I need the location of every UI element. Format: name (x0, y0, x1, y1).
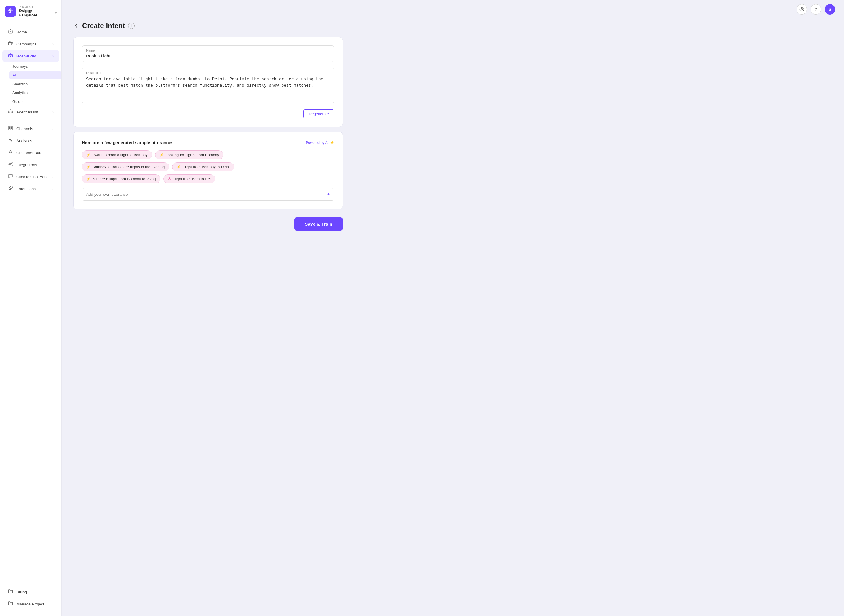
topbar: ? S (62, 0, 844, 19)
nav-divider-2 (5, 197, 57, 197)
home-label: Home (16, 30, 27, 34)
nav-divider-1 (5, 120, 57, 120)
info-button[interactable]: i (128, 23, 135, 29)
agent-assist-label: Agent Assist (16, 110, 38, 114)
utterances-grid: ⚡ I want to book a flight to Bombay ⚡ Lo… (82, 150, 334, 183)
channels-icon (7, 126, 13, 132)
extensions-label: Extensions (16, 187, 36, 191)
agent-assist-icon (7, 109, 13, 115)
utterance-chip-1: ⚡ Looking for flights from Bombay (155, 150, 224, 160)
project-info: PROJECT Swiggy - Bangalore ▾ (19, 5, 57, 17)
bolt-icon-3: ⚡ (176, 165, 181, 169)
svg-point-13 (11, 162, 12, 163)
utterance-chip-0: ⚡ I want to book a flight to Bombay (82, 150, 152, 160)
info-icon: i (131, 24, 132, 28)
svg-rect-11 (11, 128, 12, 130)
svg-point-14 (9, 164, 10, 165)
utterances-row-1: ⚡ I want to book a flight to Bombay ⚡ Lo… (82, 150, 334, 160)
utterances-title: Here are a few generated sample utteranc… (82, 140, 173, 145)
powered-by-label: Powered by AI ⚡ (306, 140, 334, 145)
analytics-label: Analytics (16, 139, 32, 143)
description-label: Description (86, 71, 330, 75)
save-train-button[interactable]: Save & Train (294, 217, 343, 231)
svg-point-15 (11, 165, 12, 166)
integrations-icon (7, 162, 13, 168)
subnav-guide[interactable]: Guide (9, 97, 61, 106)
name-label: Name (86, 48, 330, 52)
add-utterance-input[interactable] (86, 192, 327, 197)
sidebar-item-billing[interactable]: Billing (2, 586, 59, 598)
extensions-icon (7, 186, 13, 192)
description-field-wrapper[interactable]: Description (82, 68, 334, 103)
utterance-chip-2: ⚡ Bombay to Bangalore flights in the eve… (82, 162, 169, 172)
bot-studio-icon (7, 53, 13, 59)
sidebar-item-agent-assist[interactable]: Agent Assist › (2, 106, 59, 118)
analytics-icon (7, 138, 13, 144)
sidebar-item-bot-studio[interactable]: Bot Studio › (2, 50, 59, 62)
sidebar: PROJECT Swiggy - Bangalore ▾ Home Campai… (0, 0, 62, 616)
sidebar-item-extensions[interactable]: Extensions › (2, 183, 59, 195)
chat-support-button[interactable] (797, 4, 807, 15)
svg-rect-10 (9, 128, 10, 130)
project-chevron-icon: ▾ (55, 12, 57, 15)
bolt-icon-4: ⚡ (86, 177, 91, 181)
add-utterance-button[interactable]: + (327, 191, 330, 198)
bot-studio-subnav: Journeys AI Analytics Analytics Guide (0, 62, 61, 106)
subnav-analytics-1[interactable]: Analytics (9, 80, 61, 88)
bot-studio-label: Bot Studio (16, 54, 36, 58)
campaigns-chevron-icon: › (53, 42, 54, 46)
bolt-icon-0: ⚡ (86, 153, 91, 157)
help-button[interactable]: ? (810, 4, 821, 15)
agent-assist-chevron-icon: › (53, 110, 54, 114)
billing-icon (7, 589, 13, 595)
sidebar-item-analytics[interactable]: Analytics (2, 135, 59, 147)
intent-form-card: Name Description Regenerate (73, 37, 343, 127)
customer-360-label: Customer 360 (16, 151, 41, 155)
utterance-chip-3: ⚡ Flight from Bombay to Delhi (172, 162, 234, 172)
description-textarea[interactable] (86, 76, 330, 99)
utterance-chip-5: Flight from Bom to Del (163, 175, 215, 183)
name-input[interactable] (86, 53, 330, 58)
integrations-label: Integrations (16, 163, 37, 167)
sidebar-item-channels[interactable]: Channels › (2, 123, 59, 135)
bot-studio-chevron-icon: › (53, 54, 54, 58)
utterances-card: Here are a few generated sample utteranc… (73, 132, 343, 209)
regenerate-button[interactable]: Regenerate (303, 109, 334, 119)
name-field-wrapper[interactable]: Name (82, 45, 334, 62)
app-logo (5, 6, 16, 17)
billing-label: Billing (16, 590, 27, 594)
subnav-ai[interactable]: AI (9, 71, 61, 79)
svg-rect-8 (9, 126, 10, 128)
svg-rect-0 (9, 11, 10, 12)
sidebar-header: PROJECT Swiggy - Bangalore ▾ (0, 0, 61, 23)
page-header: Create Intent i (73, 22, 343, 30)
subnav-journeys[interactable]: Journeys (9, 62, 61, 70)
add-utterance-row: + (82, 188, 334, 201)
svg-point-23 (169, 177, 170, 179)
click-to-chat-icon (7, 174, 13, 180)
regenerate-row: Regenerate (82, 109, 334, 119)
help-icon: ? (815, 7, 817, 12)
sidebar-item-manage-project[interactable]: Manage Project (2, 598, 59, 610)
utterances-row-3: ⚡ Is there a flight from Bombay to Vizag… (82, 175, 334, 183)
campaigns-label: Campaigns (16, 42, 36, 46)
subnav-analytics-2[interactable]: Analytics (9, 88, 61, 97)
sidebar-item-campaigns[interactable]: Campaigns › (2, 38, 59, 50)
project-label: PROJECT (19, 5, 57, 9)
utterance-chip-4: ⚡ Is there a flight from Bombay to Vizag (82, 175, 160, 183)
svg-rect-9 (11, 126, 12, 128)
sidebar-item-customer-360[interactable]: Customer 360 (2, 147, 59, 158)
sidebar-item-home[interactable]: Home (2, 26, 59, 38)
bolt-icon-1: ⚡ (160, 153, 164, 157)
sidebar-item-integrations[interactable]: Integrations (2, 159, 59, 170)
description-group: Description (82, 68, 334, 103)
utterances-header: Here are a few generated sample utteranc… (82, 140, 334, 145)
sidebar-item-click-to-chat[interactable]: Click to Chat Ads › (2, 171, 59, 183)
project-name[interactable]: Swiggy - Bangalore ▾ (19, 9, 57, 17)
click-to-chat-chevron-icon: › (53, 175, 54, 179)
back-button[interactable] (73, 23, 79, 29)
user-icon-5 (168, 177, 171, 181)
extensions-chevron-icon: › (53, 187, 54, 191)
campaigns-icon (7, 41, 13, 47)
user-avatar[interactable]: S (825, 4, 835, 15)
